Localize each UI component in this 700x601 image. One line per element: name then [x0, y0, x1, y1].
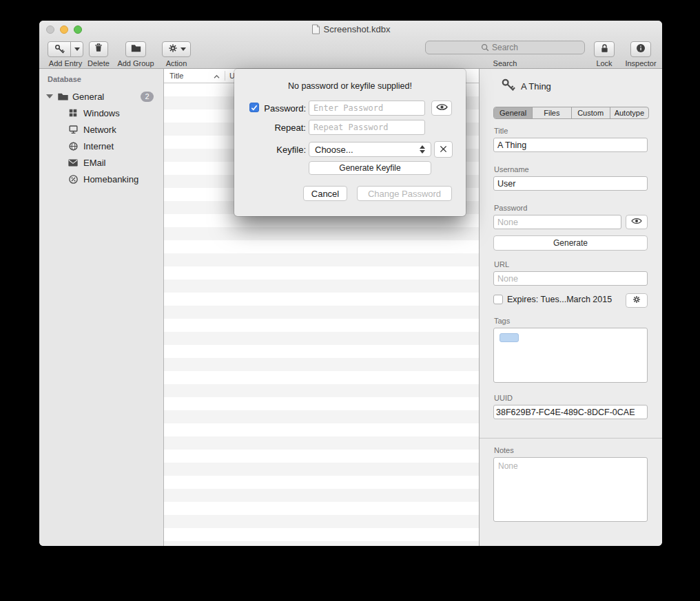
entry-title: A Thing: [521, 81, 551, 92]
sidebar-item-label: EMail: [83, 158, 106, 168]
url-label: URL: [494, 260, 509, 268]
monitor-icon: [67, 125, 79, 134]
reveal-password-button[interactable]: [626, 215, 648, 229]
keyfile-popup[interactable]: Choose...: [309, 142, 431, 157]
cancel-button-label: Cancel: [311, 189, 339, 199]
inspector-label: Inspector: [620, 59, 661, 67]
uuid-label: UUID: [494, 394, 513, 402]
search-label: Search: [425, 59, 585, 67]
tab-autotype[interactable]: Autotype: [610, 107, 648, 118]
sort-ascending-icon[interactable]: [214, 72, 220, 81]
notes-box[interactable]: None: [493, 457, 648, 522]
folder-icon: [56, 92, 69, 101]
title-field[interactable]: [493, 138, 648, 152]
uuid-field[interactable]: [493, 405, 648, 419]
envelope-icon: [67, 158, 79, 167]
inspector-panel: A Thing General Files Custom Autotype Ti…: [479, 69, 662, 546]
generate-keyfile-button[interactable]: Generate Keyfile: [309, 161, 431, 175]
eye-icon: [631, 217, 642, 227]
sidebar-item-windows[interactable]: Windows: [39, 105, 163, 121]
action-label: Action: [158, 59, 195, 67]
dialog-password-label: Password:: [234, 103, 306, 114]
delete-label: Delete: [81, 59, 116, 67]
clear-keyfile-button[interactable]: [434, 141, 453, 158]
sidebar-item-homebanking[interactable]: Homebanking: [39, 171, 163, 187]
search-input[interactable]: [426, 41, 584, 54]
app-window: Screenshot.kdbx Add Entry Delete: [39, 21, 662, 546]
change-password-label: Change Password: [368, 189, 441, 199]
folder-add-icon: [130, 43, 142, 56]
lock-label: Lock: [588, 59, 621, 67]
dialog-repeat-label: Repeat:: [234, 123, 306, 133]
tags-box[interactable]: [493, 328, 648, 383]
sidebar-item-network[interactable]: Network: [39, 121, 163, 138]
lock-button[interactable]: [594, 41, 615, 57]
keyfile-popup-value: Choose...: [315, 145, 353, 155]
inspector-button[interactable]: [630, 41, 651, 57]
key-icon: [48, 42, 70, 56]
expires-settings-button[interactable]: [626, 293, 648, 308]
tags-label: Tags: [494, 317, 510, 325]
column-divider[interactable]: [225, 71, 225, 81]
section-divider: [480, 438, 662, 439]
generate-button-label: Generate: [553, 238, 588, 248]
globe-icon: [67, 141, 79, 151]
add-group-label: Add Group: [115, 59, 156, 67]
tab-general[interactable]: General: [494, 107, 533, 118]
inspector-tabs: General Files Custom Autotype: [493, 107, 649, 119]
trash-icon: [93, 42, 104, 56]
dialog-repeat-input[interactable]: [309, 120, 425, 135]
tab-files[interactable]: Files: [533, 107, 571, 118]
notes-placeholder: None: [498, 461, 518, 471]
dialog-message: No password or keyfile supplied!: [234, 81, 466, 91]
chevron-down-icon: [71, 42, 83, 56]
window-title: Screenshot.kdbx: [39, 24, 662, 36]
percent-coin-icon: [67, 174, 79, 184]
password-label: Password: [494, 204, 527, 212]
notes-label: Notes: [494, 446, 514, 454]
username-label: Username: [494, 165, 529, 173]
dialog-reveal-password-button[interactable]: [431, 101, 452, 116]
sidebar-item-label: Homebanking: [83, 174, 138, 184]
cancel-button[interactable]: Cancel: [303, 186, 347, 201]
search-field: [425, 41, 585, 54]
sidebar-item-email[interactable]: EMail: [39, 154, 163, 171]
url-field[interactable]: [493, 271, 648, 286]
dialog-keyfile-label: Keyfile:: [234, 145, 306, 155]
sidebar-item-label: Internet: [83, 141, 114, 151]
add-group-button[interactable]: [125, 41, 146, 57]
add-entry-label: Add Entry: [48, 59, 83, 67]
screen: Screenshot.kdbx Add Entry Delete: [0, 0, 700, 601]
window-title-text: Screenshot.kdbx: [324, 24, 391, 34]
sidebar-item-label: Network: [83, 125, 116, 135]
generate-button[interactable]: Generate: [493, 235, 648, 251]
gear-icon: [167, 43, 178, 56]
add-entry-button[interactable]: [48, 41, 83, 57]
tab-custom[interactable]: Custom: [572, 107, 610, 118]
dialog-password-input[interactable]: [309, 101, 425, 116]
windows-icon: [67, 108, 79, 118]
expires-label: Expires: Tues...March 2015: [507, 295, 612, 304]
entry-key-icon: [500, 77, 516, 96]
change-password-button[interactable]: Change Password: [357, 186, 452, 201]
tag-chip[interactable]: [500, 333, 519, 342]
lock-icon: [599, 43, 610, 56]
action-button[interactable]: [162, 41, 191, 57]
gear-icon: [632, 295, 641, 306]
disclosure-triangle-icon[interactable]: [46, 94, 53, 98]
eye-icon: [436, 103, 448, 114]
close-x-icon: [440, 145, 447, 155]
window-chrome: Screenshot.kdbx Add Entry Delete: [39, 21, 662, 69]
generate-keyfile-label: Generate Keyfile: [339, 163, 400, 173]
username-field[interactable]: [493, 176, 648, 191]
sidebar-group-general[interactable]: General 2: [39, 88, 163, 105]
popup-chevrons-icon: [420, 145, 425, 154]
change-password-dialog: No password or keyfile supplied! Passwor…: [234, 69, 466, 216]
delete-button[interactable]: [89, 41, 108, 57]
column-title[interactable]: Title: [169, 72, 183, 80]
document-icon: [311, 24, 320, 36]
expires-checkbox[interactable]: [493, 295, 503, 304]
sidebar-item-internet[interactable]: Internet: [39, 138, 163, 154]
password-field[interactable]: [493, 215, 621, 229]
sidebar-header: Database: [48, 75, 81, 83]
